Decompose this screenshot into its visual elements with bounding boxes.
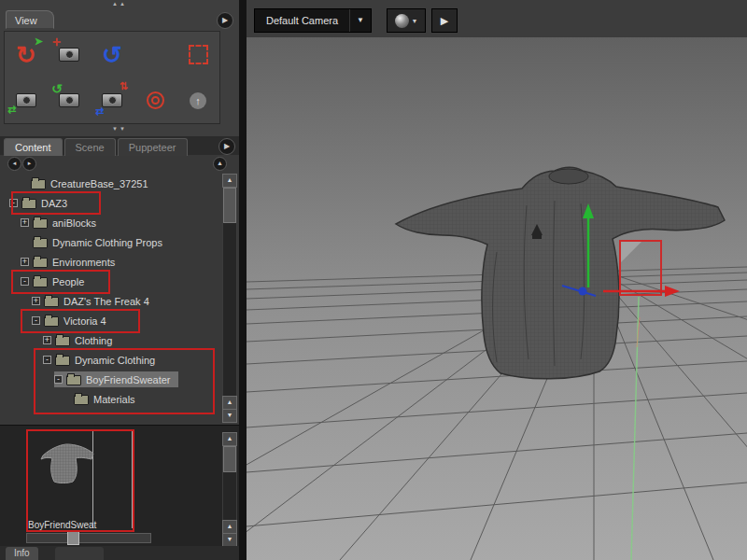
expander-icon[interactable]: +: [32, 297, 40, 305]
folder-icon: [33, 277, 48, 287]
preview-scroll-spin-up[interactable]: ▲: [222, 520, 237, 534]
content-preview-panel: BoyFriendSweat ▲ ▲ ▼: [0, 425, 239, 547]
folder-icon: [44, 316, 59, 327]
tree-item[interactable]: -Victoria 4: [2, 311, 220, 330]
tree-item-label: Environments: [52, 257, 115, 268]
tree-scrollbar-thumb[interactable]: [223, 188, 236, 223]
application-window: ▲▲ View ▶ ↻ ➤ ✛ ↺: [0, 0, 747, 560]
sweater-mesh[interactable]: [396, 167, 725, 379]
tab-scene[interactable]: Scene: [64, 138, 116, 156]
frame-selection-icon[interactable]: [176, 32, 219, 77]
tree-scroll-down-button[interactable]: ▼: [222, 409, 237, 423]
folder-icon: [55, 356, 70, 366]
tree-item-label: Dynamic Clothing Props: [52, 237, 162, 248]
expander-icon[interactable]: -: [21, 277, 29, 286]
aim-target-icon[interactable]: [134, 77, 176, 123]
panel-splitter[interactable]: [239, 0, 247, 560]
up-directory-button[interactable]: ▲: [213, 157, 227, 171]
content-thumbnail[interactable]: [37, 439, 97, 491]
tree-item-label: CreatureBase_37251: [50, 178, 148, 189]
gizmo-center-handle[interactable]: [579, 287, 587, 296]
view-toolbar-panel: ▲▲ View ▶ ↻ ➤ ✛ ↺: [0, 0, 239, 137]
tree-item-label: Victoria 4: [63, 315, 106, 327]
tree-item-label: aniBlocks: [52, 217, 96, 229]
expander-icon[interactable]: -: [54, 375, 63, 384]
tree-item[interactable]: +Clothing: [2, 330, 220, 350]
tree-item-label: BoyFriendSweater: [86, 374, 171, 385]
camera-selector[interactable]: Default Camera ▼: [254, 8, 372, 33]
tree-scroll-up-button[interactable]: ▲: [222, 174, 237, 188]
panel-collapse-handle-bottom[interactable]: ▼▼: [99, 126, 140, 132]
left-panel: ▲▲ View ▶ ↻ ➤ ✛ ↺: [0, 0, 239, 560]
panel-collapse-handle[interactable]: ▲▲: [99, 1, 140, 7]
tab-puppeteer[interactable]: Puppeteer: [118, 138, 188, 156]
tree-item-label: Clothing: [75, 335, 112, 346]
viewport-navigation-icons: ↻ ➤ ✛ ↺ ⇄: [4, 31, 220, 124]
tree-item[interactable]: +aniBlocks: [2, 213, 220, 232]
thumbnail-size-slider-thumb[interactable]: [67, 531, 79, 545]
viewport-canvas: [247, 37, 747, 560]
sphere-icon: [395, 14, 409, 28]
content-nav-row: ◂ ▸ ▲: [0, 155, 239, 172]
folder-icon: [74, 395, 89, 405]
back-button[interactable]: ◂: [7, 157, 21, 171]
scene-3d-view[interactable]: [247, 37, 747, 560]
tab-view[interactable]: View: [6, 10, 54, 29]
expander-icon[interactable]: +: [21, 218, 29, 227]
panel-menu-button[interactable]: ▶: [217, 12, 233, 29]
preview-cell-divider: [132, 431, 133, 528]
tree-item[interactable]: -DAZ3: [2, 193, 220, 213]
draw-style-button[interactable]: ▼: [387, 8, 426, 33]
tree-item[interactable]: Dynamic Clothing Props: [2, 232, 220, 252]
preview-scroll-up-button[interactable]: ▲: [222, 432, 237, 446]
preview-scrollbar-thumb[interactable]: [223, 446, 236, 472]
tree-item[interactable]: -People: [2, 272, 220, 291]
expander-icon[interactable]: -: [9, 199, 18, 207]
folder-icon: [66, 375, 81, 385]
tree-item-label: DAZ3: [41, 198, 67, 209]
expander-icon[interactable]: -: [32, 316, 40, 325]
tree-scroll-spin-up[interactable]: ▲: [222, 396, 237, 410]
camera-move-icon[interactable]: ✛: [48, 32, 91, 77]
reset-home-icon[interactable]: ↑: [176, 77, 219, 123]
tree-item[interactable]: Materials: [2, 389, 220, 409]
preview-scroll-down-button[interactable]: ▼: [222, 533, 237, 547]
side-tab-bar: Content Scene Puppeteer: [0, 136, 239, 155]
content-tree: CreatureBase_37251 -DAZ3 +aniBlocks Dyna…: [2, 174, 220, 409]
viewport-options-button[interactable]: ▶: [431, 8, 458, 33]
folder-icon: [55, 336, 70, 346]
forward-button[interactable]: ▸: [22, 157, 36, 171]
folder-icon: [33, 218, 48, 229]
folder-icon: [31, 179, 46, 189]
orbit-icon[interactable]: ↻ ➤: [5, 32, 48, 77]
chevron-down-icon: ▼: [412, 18, 418, 24]
folder-icon: [21, 199, 36, 209]
camera-selector-label: Default Camera: [255, 15, 349, 26]
tree-item-label: Dynamic Clothing: [75, 355, 155, 366]
rotate-camera-icon[interactable]: ↺: [48, 77, 91, 123]
expander-icon[interactable]: -: [43, 356, 51, 364]
icon-grid-spacer: [134, 32, 176, 77]
play-arrow-icon: ▶: [441, 15, 448, 27]
tree-item[interactable]: +DAZ's The Freak 4: [2, 291, 220, 311]
folder-icon: [33, 238, 48, 248]
pan-camera-icon[interactable]: ⇅ ⇄: [91, 77, 134, 123]
chevron-down-icon[interactable]: ▼: [349, 9, 371, 32]
folder-icon: [33, 258, 48, 268]
expander-icon[interactable]: +: [43, 336, 51, 344]
tree-item-selected[interactable]: -BoyFriendSweater: [2, 370, 220, 389]
tab-content[interactable]: Content: [4, 138, 63, 156]
dolly-icon[interactable]: ⇄: [5, 77, 48, 123]
bank-icon[interactable]: ↺: [91, 32, 134, 77]
tree-item-label: DAZ's The Freak 4: [63, 296, 149, 307]
thumbnail-size-slider[interactable]: [26, 533, 151, 543]
gizmo-corner-handle[interactable]: [620, 241, 642, 263]
expander-icon[interactable]: +: [21, 258, 29, 266]
tree-item[interactable]: +Environments: [2, 252, 220, 272]
tree-item[interactable]: -Dynamic Clothing: [2, 350, 220, 370]
tab-info[interactable]: Info: [6, 547, 38, 560]
tree-item[interactable]: CreatureBase_37251: [2, 174, 220, 193]
tree-item-label: People: [52, 276, 84, 287]
tab-bar-menu-button[interactable]: ▶: [218, 138, 235, 155]
tab-partial[interactable]: [55, 547, 104, 560]
